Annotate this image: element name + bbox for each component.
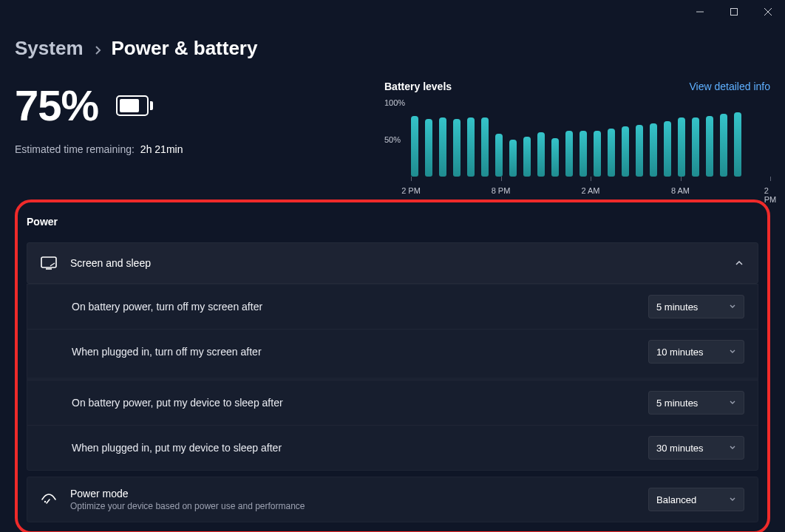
chart-ytick-50: 50%	[384, 135, 401, 144]
view-detailed-info-link[interactable]: View detailed info	[690, 81, 770, 92]
sleep-battery-select[interactable]: 5 minutes	[648, 391, 744, 415]
svg-rect-0	[731, 9, 738, 16]
setting-label: When plugged in, turn off my screen afte…	[72, 346, 648, 358]
minimize-button[interactable]	[683, 0, 717, 24]
power-mode-select[interactable]: Balanced	[648, 488, 744, 511]
setting-row-sleep-plugged: When plugged in, put my device to sleep …	[27, 425, 758, 470]
select-value: 10 minutes	[656, 347, 704, 358]
chart-title: Battery levels	[384, 81, 452, 92]
setting-label: On battery power, put my device to sleep…	[72, 397, 648, 409]
estimated-time-label: Estimated time remaining:	[15, 143, 135, 155]
page-title: Power & battery	[112, 37, 258, 60]
sleep-plugged-select[interactable]: 30 minutes	[648, 436, 744, 460]
chevron-down-icon	[729, 444, 736, 451]
select-value: 30 minutes	[656, 443, 704, 454]
power-section-highlight: Power Screen and sleep On battery power,…	[15, 200, 770, 532]
battery-summary: 75% Estimated time remaining: 2h 21min	[15, 81, 355, 198]
breadcrumb: System Power & battery	[15, 24, 770, 64]
close-button[interactable]	[751, 0, 785, 24]
power-mode-row[interactable]: Power mode Optimize your device based on…	[27, 477, 758, 522]
screen-and-sleep-body: On battery power, turn off my screen aft…	[27, 284, 758, 471]
battery-icon	[116, 95, 153, 116]
window-titlebar	[0, 0, 785, 24]
screen-and-sleep-expander[interactable]: Screen and sleep	[27, 242, 758, 284]
power-mode-title: Power mode	[70, 488, 635, 499]
battery-percent: 75%	[15, 81, 98, 130]
maximize-button[interactable]	[717, 0, 751, 24]
chart-ytick-100: 100%	[384, 98, 405, 107]
chart-xlabel: 8 PM	[492, 186, 511, 195]
estimated-time-value: 2h 21min	[140, 143, 183, 155]
chevron-down-icon	[729, 496, 736, 503]
power-mode-subtitle: Optimize your device based on power use …	[70, 499, 635, 511]
screen-icon	[41, 256, 57, 270]
chart-xlabel: 2 AM	[581, 186, 599, 195]
chart-xlabel: 2 PM	[764, 186, 777, 204]
chevron-down-icon	[729, 303, 736, 310]
screen-and-sleep-title: Screen and sleep	[70, 257, 151, 269]
setting-row-sleep-battery: On battery power, put my device to sleep…	[27, 380, 758, 425]
chart-xlabel: 8 AM	[671, 186, 690, 195]
chart-xtick	[411, 177, 412, 181]
svg-rect-1	[41, 257, 56, 267]
power-mode-icon	[41, 493, 57, 506]
select-value: Balanced	[656, 494, 696, 505]
section-header-power: Power	[27, 207, 758, 236]
svg-point-2	[44, 501, 46, 502]
setting-label: When plugged in, put my device to sleep …	[72, 442, 648, 454]
setting-row-screen-off-plugged: When plugged in, turn off my screen afte…	[27, 329, 758, 374]
chart-xtick	[681, 177, 682, 181]
screen-off-plugged-select[interactable]: 10 minutes	[648, 340, 744, 364]
chart-xtick	[770, 177, 771, 181]
chevron-down-icon	[729, 348, 736, 355]
battery-levels-chart: 100% 50% 2 PM8 PM2 AM8 AM2 PM	[384, 98, 770, 198]
chevron-right-icon	[94, 42, 101, 55]
screen-off-battery-select[interactable]: 5 minutes	[648, 295, 744, 318]
chart-xtick	[501, 177, 502, 181]
select-value: 5 minutes	[656, 398, 698, 409]
select-value: 5 minutes	[656, 301, 698, 313]
chart-xtick	[591, 177, 591, 181]
setting-row-screen-off-battery: On battery power, turn off my screen aft…	[27, 284, 758, 329]
breadcrumb-parent[interactable]: System	[15, 37, 84, 60]
chevron-up-icon	[734, 258, 744, 268]
chart-xlabel: 2 PM	[401, 186, 421, 195]
setting-label: On battery power, turn off my screen aft…	[72, 301, 648, 313]
chevron-down-icon	[729, 399, 736, 406]
